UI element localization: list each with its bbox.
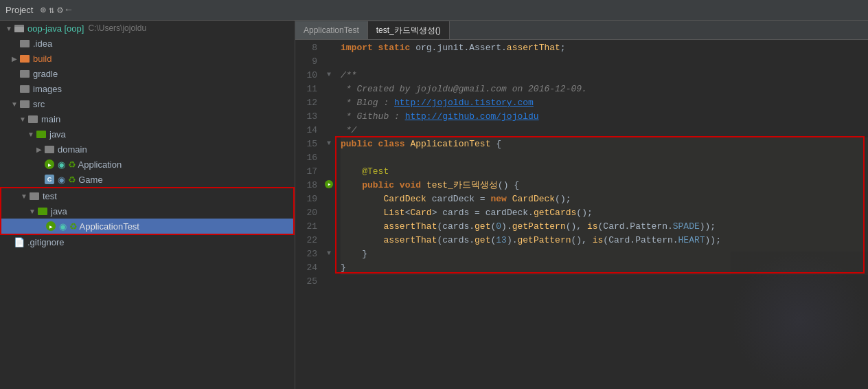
tree-item-build[interactable]: build — [0, 51, 295, 66]
root-folder-icon — [14, 23, 25, 34]
svg-rect-8 — [36, 131, 46, 138]
gutter-markers: ▼▼▼ — [323, 40, 335, 389]
root-arrow — [5, 25, 12, 32]
tree-item-main-java[interactable]: java — [0, 126, 295, 142]
code-line: } — [341, 247, 868, 261]
toolbar-title: Project — [5, 5, 33, 15]
game-label: ◉ ♻ Game — [58, 175, 103, 185]
tree-item-images[interactable]: images — [0, 81, 295, 96]
images-folder-icon — [19, 83, 30, 94]
code-line — [341, 275, 868, 289]
tree-item-test-java[interactable]: java — [1, 203, 293, 219]
svg-rect-9 — [45, 146, 54, 153]
svg-rect-7 — [28, 115, 38, 123]
build-arrow — [11, 55, 18, 62]
test-label: test — [43, 191, 57, 201]
domain-arrow — [36, 146, 43, 153]
test-arrow — [21, 192, 27, 199]
code-line: @Test — [341, 165, 868, 179]
test-java-label: java — [51, 206, 67, 216]
line-numbers: 8910111213141516171819202122232425 — [295, 40, 323, 389]
gear-icon[interactable]: ⚙ — [57, 4, 62, 16]
tree-item-gradle[interactable]: gradle — [0, 66, 295, 81]
tree-item-applicationtest[interactable]: ▶ ◉ ♻ ApplicationTest — [1, 219, 293, 234]
idea-label: .idea — [33, 38, 52, 49]
code-line: * Blog : http://jojoldu.tistory.com — [341, 96, 868, 110]
tab-test-method[interactable]: test_카드덱생성() — [368, 21, 450, 39]
tree-item-idea[interactable]: .idea — [0, 36, 295, 51]
domain-label: domain — [58, 144, 87, 155]
images-arrow — [11, 85, 18, 92]
main-folder-icon — [27, 113, 38, 124]
images-label: images — [33, 84, 62, 94]
main-label: main — [41, 114, 60, 124]
code-line: /** — [341, 69, 868, 82]
code-line: } — [341, 261, 868, 275]
main-area: oop-java [oop] C:\Users\jojoldu .idea bu… — [0, 21, 868, 389]
test-java-folder-icon — [37, 205, 48, 216]
tree-item-application[interactable]: ▶ ◉ ♻ Application — [0, 157, 295, 172]
run-marker[interactable] — [325, 180, 333, 188]
code-line — [341, 55, 868, 69]
code-editor: ApplicationTest test_카드덱생성() 89101112131… — [295, 21, 868, 389]
root-label: oop-java [oop] — [27, 23, 84, 34]
code-line: * Created by jojoldu@gmail.com on 2016-1… — [341, 82, 868, 96]
application-arrow — [36, 161, 43, 168]
tree-item-src[interactable]: src — [0, 96, 295, 111]
apptest-arrow — [37, 223, 44, 230]
apptest-label: ◉ ♻ ApplicationTest — [59, 221, 139, 232]
svg-rect-3 — [20, 55, 30, 63]
svg-rect-1 — [14, 27, 24, 32]
test-folder-icon — [29, 190, 40, 201]
gitignore-label: .gitignore — [27, 237, 64, 247]
svg-rect-2 — [20, 40, 30, 47]
main-java-label: java — [49, 129, 66, 140]
game-arrow — [36, 176, 43, 183]
code-line: CardDeck cardDeck = new CardDeck(); — [341, 192, 868, 206]
root-path: C:\Users\jojoldu — [88, 23, 146, 33]
code-line: * Github : http://github.com/jojoldu — [341, 110, 868, 124]
code-content[interactable]: import static org.junit.Assert.assertTha… — [335, 40, 868, 389]
code-line — [341, 151, 868, 165]
main-java-folder-icon — [36, 129, 47, 140]
code-line: assertThat(cards.get(13).getPattern(), i… — [341, 234, 868, 247]
tree-root[interactable]: oop-java [oop] C:\Users\jojoldu — [0, 21, 295, 36]
game-icon: C — [44, 174, 55, 185]
code-line: public class ApplicationTest { — [341, 137, 868, 151]
tree-item-test[interactable]: test — [1, 188, 293, 203]
tree-item-domain[interactable]: domain — [0, 142, 295, 157]
gradle-folder-icon — [19, 68, 30, 79]
gradle-arrow — [11, 70, 18, 77]
test-java-arrow — [29, 208, 36, 214]
gitignore-icon: 📄 — [14, 237, 25, 247]
tree-item-game[interactable]: C ◉ ♻ Game — [0, 172, 295, 187]
application-icon: ▶ — [44, 159, 55, 170]
code-line: public void test_카드덱생성() { — [341, 179, 868, 192]
src-folder-icon — [19, 98, 30, 109]
tree-item-gitignore[interactable]: 📄 .gitignore — [0, 235, 295, 249]
add-icon[interactable]: ⊕ — [40, 4, 45, 16]
code-line: */ — [341, 124, 868, 137]
code-line: assertThat(cards.get(0).getPattern(), is… — [341, 220, 868, 234]
svg-rect-10 — [30, 192, 39, 200]
build-folder-icon — [19, 53, 30, 64]
main-java-arrow — [27, 131, 34, 137]
main-arrow — [19, 115, 26, 122]
svg-rect-5 — [20, 85, 30, 93]
gradle-label: gradle — [33, 69, 58, 79]
project-sidebar: oop-java [oop] C:\Users\jojoldu .idea bu… — [0, 21, 295, 389]
idea-folder-icon — [19, 38, 30, 49]
code-line: List<Card> cards = cardDeck.getCards(); — [341, 206, 868, 220]
application-label: ◉ ♻ Application — [58, 159, 122, 170]
toolbar: Project ⊕ ⇅ ⚙ ← — [0, 0, 868, 21]
sort-icon[interactable]: ⇅ — [49, 4, 54, 16]
gitignore-arrow — [5, 239, 12, 246]
tab-applicationtest[interactable]: ApplicationTest — [295, 21, 368, 39]
apptest-icon: ▶ — [45, 221, 56, 232]
tree-item-main[interactable]: main — [0, 111, 295, 126]
src-label: src — [33, 99, 45, 109]
idea-arrow — [11, 40, 18, 47]
back-icon[interactable]: ← — [66, 4, 71, 16]
svg-rect-6 — [20, 100, 30, 108]
build-label: build — [33, 54, 52, 64]
